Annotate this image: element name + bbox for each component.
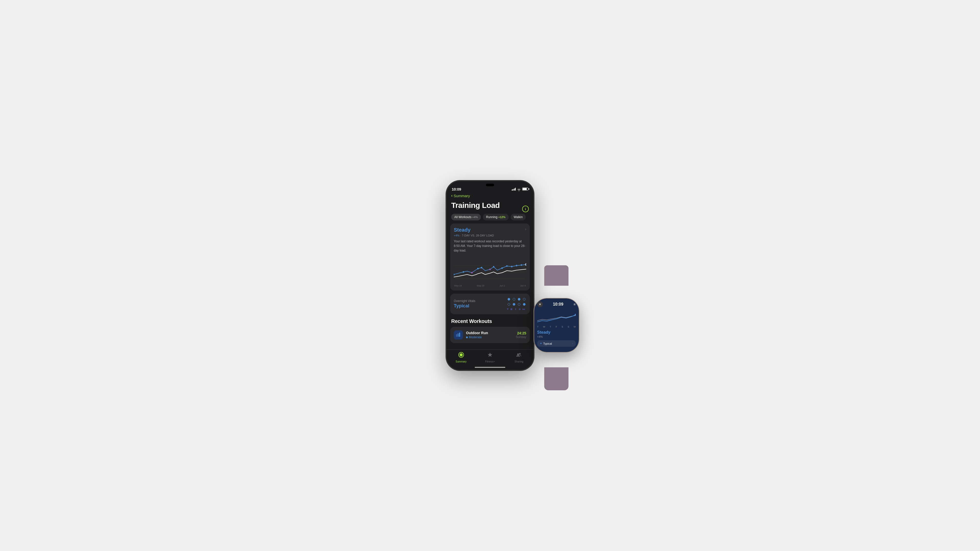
vdot-1 xyxy=(508,298,510,300)
watch-day-s1: S xyxy=(562,326,563,328)
svg-rect-19 xyxy=(456,334,457,337)
sharing-icon xyxy=(516,352,522,359)
watch-day-w: W xyxy=(543,326,546,328)
watch-band-bottom xyxy=(544,367,569,390)
vitals-spo2-icon: ◈ xyxy=(519,307,520,311)
vitals-right: ♥ ◉ 🌡 ◈ 🛏 xyxy=(507,297,526,311)
watch-day-s2: S xyxy=(568,326,569,328)
workout-icon xyxy=(454,330,463,340)
watch-vitals-left: ✦ Typical xyxy=(540,342,552,345)
vitals-value: Typical xyxy=(454,303,476,309)
status-icons xyxy=(512,187,528,191)
filter-tabs: All Workouts +4% Running +12% Walkin xyxy=(447,214,533,224)
vitals-temp-icon: 🌡 xyxy=(514,307,517,311)
tab-fitness-plus[interactable]: Fitness+ xyxy=(481,352,499,363)
steady-title: Steady xyxy=(454,227,471,233)
chart-date-3: Jun 2 xyxy=(500,284,505,287)
vitals-label: Overnight Vitals xyxy=(454,299,476,303)
scene: 10:09 xyxy=(375,166,605,385)
nav-back[interactable]: ‹ Summary xyxy=(447,193,533,198)
watch-band-top xyxy=(544,265,569,286)
tab-all-workouts-badge: +4% xyxy=(472,216,478,219)
back-chevron-icon: ‹ xyxy=(451,193,452,198)
fitness-plus-icon xyxy=(487,352,493,359)
iphone: 10:09 xyxy=(447,181,533,370)
vdot-6 xyxy=(513,303,515,306)
svg-point-18 xyxy=(525,264,526,265)
training-chart xyxy=(454,256,526,283)
svg-point-14 xyxy=(506,265,508,267)
svg-point-12 xyxy=(493,266,494,268)
iphone-time: 10:09 xyxy=(452,187,461,191)
filter-tab-all-workouts[interactable]: All Workouts +4% xyxy=(451,214,481,221)
summary-tab-icon xyxy=(458,352,464,359)
filter-tab-walking[interactable]: Walkin xyxy=(511,214,526,221)
watch-pct: +4% xyxy=(537,335,576,338)
info-icon: i xyxy=(525,207,526,211)
watch-vitals-label: Typical xyxy=(543,342,552,345)
vitals-dots xyxy=(507,297,526,306)
watch-days: T W T F S S M xyxy=(537,326,576,328)
chart-dates: May 19 May 26 Jun 2 Jun 9 xyxy=(454,283,526,287)
watch-menu-icon[interactable]: ≡ xyxy=(573,302,576,306)
dynamic-island xyxy=(486,184,494,186)
svg-point-11 xyxy=(489,268,491,270)
watch-chevron-icon: › xyxy=(572,342,573,345)
vdot-5 xyxy=(508,303,510,306)
battery-icon xyxy=(522,187,528,191)
vdot-7 xyxy=(518,303,520,306)
fitness-plus-tab-label: Fitness+ xyxy=(485,360,495,363)
svg-point-13 xyxy=(501,267,503,269)
svg-point-9 xyxy=(477,268,479,269)
tab-running-badge: +12% xyxy=(498,216,505,219)
watch-body: ✕ 10:09 ≡ xyxy=(534,299,579,352)
summary-tab-label: Summary xyxy=(455,360,466,363)
vitals-card[interactable]: Overnight Vitals Typical xyxy=(450,294,530,314)
vdot-3 xyxy=(518,298,520,300)
apple-watch: ✕ 10:09 ≡ xyxy=(528,283,584,370)
status-bar: 10:09 xyxy=(447,181,533,194)
svg-point-6 xyxy=(454,274,455,275)
chart-date-1: May 19 xyxy=(454,284,462,287)
watch-time: 10:09 xyxy=(553,302,563,306)
info-button[interactable]: i xyxy=(522,206,529,212)
watch-day-t1: T xyxy=(537,326,539,328)
workout-card[interactable]: Outdoor Run Moderate 24:25 Sunday xyxy=(450,327,530,343)
watch-screen: ✕ 10:09 ≡ xyxy=(534,299,579,352)
load-description: Your last rated workout was recorded yes… xyxy=(454,239,526,253)
filter-tab-running[interactable]: Running +12% xyxy=(483,214,508,221)
svg-point-23 xyxy=(460,353,463,356)
watch-close-button[interactable]: ✕ xyxy=(537,302,543,307)
close-icon: ✕ xyxy=(539,303,541,306)
svg-rect-20 xyxy=(458,333,458,337)
page-title: Training Load xyxy=(447,200,533,214)
workout-intensity: Moderate xyxy=(466,335,513,339)
watch-day-f: F xyxy=(555,326,557,328)
iphone-screen: 10:09 xyxy=(447,181,533,370)
watch-top-bar: ✕ 10:09 ≡ xyxy=(537,302,576,307)
svg-point-17 xyxy=(520,264,522,266)
home-indicator xyxy=(475,367,505,368)
workout-meta: 24:25 Sunday xyxy=(516,331,526,339)
back-label[interactable]: Summary xyxy=(453,194,470,198)
training-load-card: Steady › +4% · 7-DAY VS. 28-DAY LOAD You… xyxy=(450,224,530,291)
watch-vitals-row[interactable]: ✦ Typical › xyxy=(537,340,576,347)
load-subtitle: +4% · 7-DAY VS. 28-DAY LOAD xyxy=(454,234,526,237)
svg-point-15 xyxy=(511,266,512,267)
tab-summary[interactable]: Summary xyxy=(452,352,470,363)
card-header: Steady › xyxy=(454,227,526,233)
workout-type: Outdoor Run xyxy=(466,331,513,335)
svg-point-8 xyxy=(471,272,473,273)
chevron-right-icon[interactable]: › xyxy=(525,227,526,231)
signal-icon xyxy=(512,188,516,191)
svg-point-7 xyxy=(463,271,464,273)
svg-rect-21 xyxy=(459,333,460,337)
workout-duration: 24:25 xyxy=(516,331,526,335)
iphone-content: ‹ Summary i Training Load All Workouts +… xyxy=(447,181,533,349)
watch-day-m: M xyxy=(574,326,576,328)
intensity-label: Moderate xyxy=(469,335,482,339)
tab-sharing[interactable]: Sharing xyxy=(510,352,528,363)
svg-point-24 xyxy=(517,354,519,355)
vdot-2 xyxy=(513,298,515,300)
recent-workouts-title: Recent Workouts xyxy=(447,318,533,327)
